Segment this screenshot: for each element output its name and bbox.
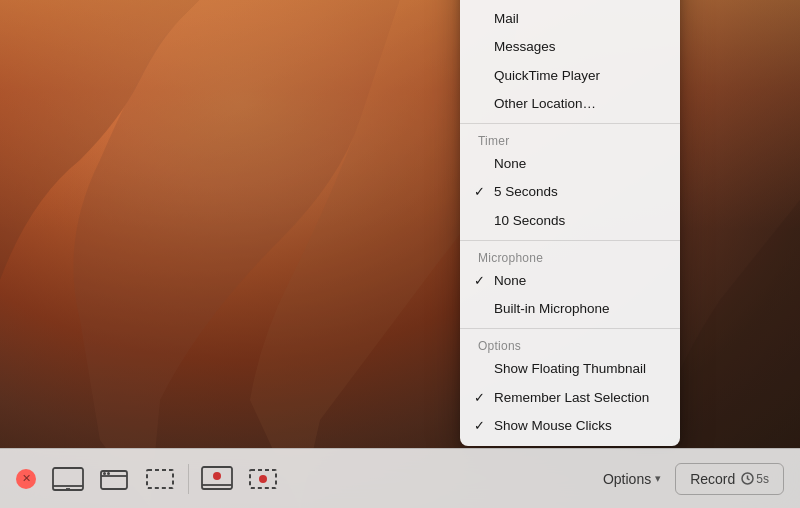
menu-item-mail[interactable]: ✓ Mail <box>460 5 680 33</box>
context-menu: Save to ✓ Desktop ✓ Documents ✓ Mail ✓ M… <box>460 0 680 446</box>
capture-window-button[interactable] <box>92 457 136 501</box>
record-selection-button[interactable] <box>241 457 285 501</box>
rock-svg <box>0 0 800 508</box>
options-label: Options <box>603 471 651 487</box>
menu-item-timer-5s[interactable]: ✓ 5 Seconds <box>460 178 680 206</box>
divider-1 <box>460 123 680 124</box>
divider-2 <box>460 240 680 241</box>
menu-item-show-floating[interactable]: ✓ Show Floating Thumbnail <box>460 355 680 383</box>
record-screen-button[interactable] <box>195 457 239 501</box>
menu-item-timer-10s[interactable]: ✓ 10 Seconds <box>460 207 680 235</box>
chevron-down-icon: ▾ <box>655 472 661 485</box>
svg-point-12 <box>259 475 267 483</box>
capture-screen-icon <box>52 467 84 491</box>
svg-point-10 <box>213 472 221 480</box>
menu-item-builtin-mic[interactable]: ✓ Built-in Microphone <box>460 295 680 323</box>
svg-rect-7 <box>147 470 173 488</box>
menu-header-timer: Timer <box>460 129 680 150</box>
capture-window-icon <box>99 468 129 490</box>
record-screen-icon <box>201 466 233 492</box>
menu-item-quicktime[interactable]: ✓ QuickTime Player <box>460 62 680 90</box>
menu-item-timer-none[interactable]: ✓ None <box>460 150 680 178</box>
record-button[interactable]: Record 5s <box>675 463 784 495</box>
capture-screen-button[interactable] <box>46 457 90 501</box>
capture-selection-icon <box>145 468 175 490</box>
toolbar-divider-1 <box>188 464 189 494</box>
clock-icon: 5s <box>741 472 769 486</box>
desktop-background <box>0 0 800 508</box>
svg-point-6 <box>107 472 110 475</box>
record-label: Record <box>690 471 735 487</box>
divider-3 <box>460 328 680 329</box>
menu-header-microphone: Microphone <box>460 246 680 267</box>
menu-item-remember-selection[interactable]: ✓ Remember Last Selection <box>460 384 680 412</box>
screenshot-toolbar: ✕ <box>0 448 800 508</box>
menu-item-mic-none[interactable]: ✓ None <box>460 267 680 295</box>
menu-header-options: Options <box>460 334 680 355</box>
close-button[interactable]: ✕ <box>16 469 36 489</box>
record-selection-icon <box>248 468 278 490</box>
options-button[interactable]: Options ▾ <box>591 465 673 493</box>
svg-point-5 <box>103 472 106 475</box>
capture-selection-button[interactable] <box>138 457 182 501</box>
menu-item-show-mouse-clicks[interactable]: ✓ Show Mouse Clicks <box>460 412 680 440</box>
menu-item-other-location[interactable]: ✓ Other Location… <box>460 90 680 118</box>
menu-item-messages[interactable]: ✓ Messages <box>460 33 680 61</box>
